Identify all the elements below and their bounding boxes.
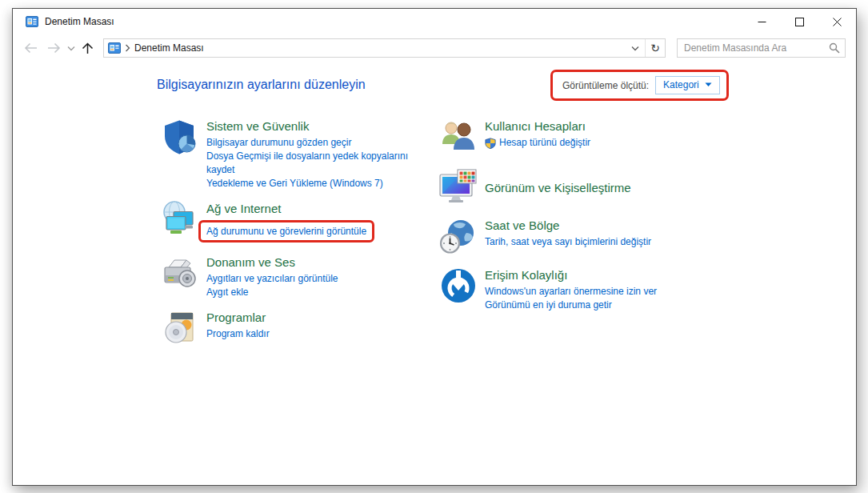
breadcrumb[interactable]: Denetim Masası: [134, 42, 204, 54]
control-panel-window: Denetim Masası: [12, 8, 857, 486]
annotation-highlight-network-link: Ağ durumunu ve görevlerini görüntüle: [198, 220, 374, 242]
up-arrow-icon[interactable]: [82, 42, 94, 54]
link-change-account-type[interactable]: Hesap türünü değiştir: [485, 136, 590, 150]
back-arrow-icon[interactable]: [24, 42, 38, 54]
ease-of-access-icon[interactable]: [439, 267, 478, 305]
breadcrumb-control-panel-icon: [108, 42, 121, 54]
caption-buttons: [743, 9, 856, 34]
link-let-windows-suggest[interactable]: Windows'un ayarları önermesine izin ver: [485, 285, 657, 299]
category-title-programs[interactable]: Programlar: [206, 310, 270, 326]
category-column-left: Sistem ve Güvenlik Bilgisayar durumunu g…: [161, 118, 437, 359]
address-dropdown-chevron-icon[interactable]: [626, 39, 645, 57]
appearance-personalization-icon[interactable]: [439, 167, 478, 206]
category-column-right: Kullanıcı Hesapları: [439, 118, 719, 322]
category-title-network-internet[interactable]: Ağ ve Internet: [206, 201, 374, 217]
refresh-icon[interactable]: ↻: [646, 39, 665, 57]
control-panel-home: Bilgisayarınızın ayarlarını düzenleyin G…: [13, 62, 856, 485]
clock-region-icon[interactable]: [439, 217, 478, 255]
category-title-system-security[interactable]: Sistem ve Güvenlik: [206, 118, 434, 134]
category-title-user-accounts[interactable]: Kullanıcı Hesapları: [485, 118, 590, 134]
address-bar[interactable]: Denetim Masası ↻: [103, 38, 666, 58]
link-view-network-status[interactable]: Ağ durumunu ve görevlerini görüntüle: [206, 226, 366, 237]
link-add-device[interactable]: Aygıt ekle: [206, 286, 338, 299]
category-network-internet: Ağ ve Internet Ağ durumunu ve görevlerin…: [161, 200, 437, 244]
user-accounts-icon[interactable]: [439, 118, 478, 156]
search-icon[interactable]: [829, 42, 840, 54]
link-review-computer-status[interactable]: Bilgisayar durumunu gözden geçir: [206, 136, 434, 150]
programs-icon[interactable]: [161, 309, 199, 347]
category-title-appearance[interactable]: Görünüm ve Kişiselleştirme: [485, 180, 631, 196]
security-shield-icon[interactable]: [161, 118, 199, 156]
link-view-devices-printers[interactable]: Aygıtları ve yazıcıları görüntüle: [206, 272, 338, 286]
category-hardware-sound: Donanım ve Ses Aygıtları ve yazıcıları g…: [161, 254, 437, 299]
maximize-button[interactable]: [781, 9, 818, 34]
window-title: Denetim Masası: [45, 16, 114, 27]
search-box: [677, 38, 846, 58]
category-clock-region: Saat ve Bölge Tarih, saat veya sayı biçi…: [439, 217, 719, 257]
category-title-ease-of-access[interactable]: Erişim Kolaylığı: [485, 267, 657, 283]
link-change-date-time-formats[interactable]: Tarih, saat veya sayı biçimlerini değişt…: [485, 235, 651, 249]
category-ease-of-access: Erişim Kolaylığı Windows'un ayarları öne…: [439, 267, 719, 312]
chevron-down-icon: [705, 82, 712, 87]
recent-pages-chevron-icon[interactable]: [67, 46, 75, 51]
view-by-value: Kategori: [663, 79, 699, 90]
hardware-sound-icon[interactable]: [161, 254, 199, 292]
minimize-button[interactable]: [743, 9, 781, 34]
forward-arrow-icon[interactable]: [47, 42, 61, 54]
navigation-toolbar: Denetim Masası ↻: [13, 34, 856, 62]
category-title-hardware-sound[interactable]: Donanım ve Ses: [206, 255, 338, 271]
search-input[interactable]: [684, 42, 829, 54]
link-backup-restore-win7[interactable]: Yedekleme ve Geri Yükleme (Windows 7): [206, 177, 434, 190]
close-button[interactable]: [818, 9, 856, 34]
category-title-clock-region[interactable]: Saat ve Bölge: [485, 218, 651, 234]
titlebar: Denetim Masası: [13, 9, 856, 34]
link-file-history-backup[interactable]: Dosya Geçmişi ile dosyaların yedek kopya…: [206, 150, 434, 177]
link-uninstall-program[interactable]: Program kaldır: [206, 327, 270, 341]
control-panel-icon: [26, 15, 38, 28]
view-by-dropdown[interactable]: Kategori: [655, 76, 720, 94]
category-user-accounts: Kullanıcı Hesapları: [439, 118, 719, 158]
link-optimize-visual-display[interactable]: Görünümü en iyi duruma getir: [485, 299, 657, 312]
view-by-label: Görüntüleme ölçütü:: [562, 80, 649, 91]
breadcrumb-chevron-icon[interactable]: [125, 44, 130, 52]
category-appearance-personalization: Görünüm ve Kişiselleştirme: [439, 167, 719, 207]
page-title: Bilgisayarınızın ayarlarını düzenleyin: [157, 78, 366, 92]
annotation-highlight-viewby: Görüntüleme ölçütü: Kategori: [550, 70, 729, 101]
uac-shield-icon: [485, 138, 496, 149]
category-programs: Programlar Program kaldır: [161, 309, 437, 349]
network-internet-icon[interactable]: [161, 200, 199, 238]
category-system-security: Sistem ve Güvenlik Bilgisayar durumunu g…: [161, 118, 437, 190]
